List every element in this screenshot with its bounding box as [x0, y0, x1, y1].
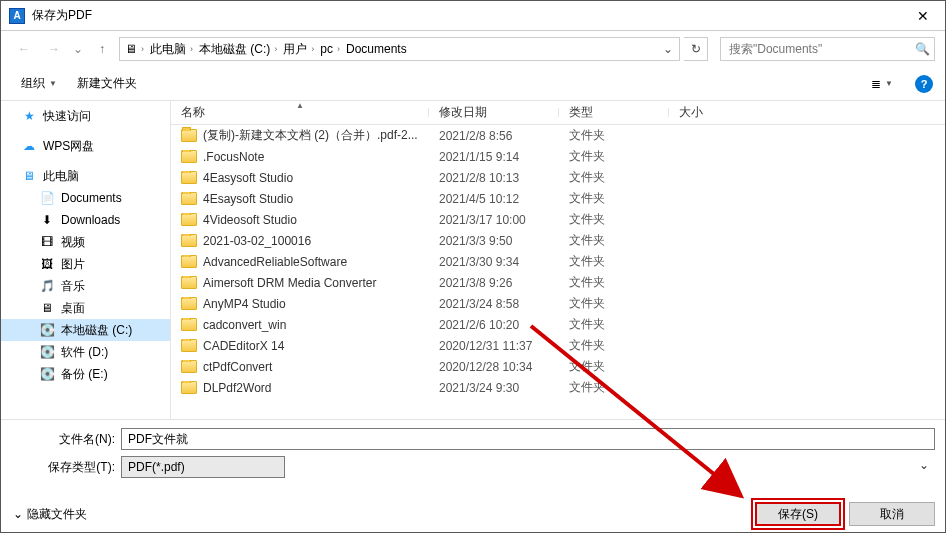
- main-area: ★快速访问 ☁WPS网盘 🖥此电脑 📄Documents⬇Downloads🎞视…: [1, 101, 945, 419]
- col-type[interactable]: 类型: [559, 104, 669, 121]
- tree-item[interactable]: 💽软件 (D:): [1, 341, 170, 363]
- tree-item[interactable]: 🖥桌面: [1, 297, 170, 319]
- file-row[interactable]: (复制)-新建文本文档 (2)（合并）.pdf-2...2021/2/8 8:5…: [171, 125, 945, 146]
- column-headers: ▲名称 修改日期 类型 大小: [171, 101, 945, 125]
- file-pane: ▲名称 修改日期 类型 大小 (复制)-新建文本文档 (2)（合并）.pdf-2…: [171, 101, 945, 419]
- file-list[interactable]: (复制)-新建文本文档 (2)（合并）.pdf-2...2021/2/8 8:5…: [171, 125, 945, 419]
- folder-icon: [181, 234, 197, 247]
- nav-back-button[interactable]: ←: [11, 36, 37, 62]
- breadcrumb-item[interactable]: 本地磁盘 (C:)›: [196, 38, 280, 60]
- hide-folders-button[interactable]: ⌄隐藏文件夹: [13, 506, 87, 523]
- pc-icon: 🖥: [21, 168, 37, 184]
- refresh-button[interactable]: ↻: [684, 37, 708, 61]
- file-row[interactable]: 2021-03-02_1000162021/3/3 9:50文件夹: [171, 230, 945, 251]
- star-icon: ★: [21, 108, 37, 124]
- tree-item[interactable]: 🎵音乐: [1, 275, 170, 297]
- breadcrumb-item[interactable]: 用户›: [280, 38, 317, 60]
- col-name[interactable]: ▲名称: [171, 104, 429, 121]
- tree-this-pc[interactable]: 🖥此电脑: [1, 165, 170, 187]
- chevron-down-icon: ⌄: [13, 507, 23, 521]
- breadcrumb-item[interactable]: 此电脑›: [147, 38, 196, 60]
- breadcrumb-pc-icon[interactable]: 🖥 ›: [122, 38, 147, 60]
- folder-icon: [181, 129, 197, 142]
- file-row[interactable]: 4Esaysoft Studio2021/4/5 10:12文件夹: [171, 188, 945, 209]
- file-row[interactable]: CADEditorX 142020/12/31 11:37文件夹: [171, 335, 945, 356]
- sort-asc-icon: ▲: [296, 101, 304, 110]
- search-placeholder: 搜索"Documents": [729, 41, 822, 58]
- file-row[interactable]: AnyMP4 Studio2021/3/24 8:58文件夹: [171, 293, 945, 314]
- tree-item[interactable]: 💽本地磁盘 (C:): [1, 319, 170, 341]
- app-icon: A: [9, 8, 25, 24]
- file-row[interactable]: cadconvert_win2021/2/6 10:20文件夹: [171, 314, 945, 335]
- folder-icon: [181, 255, 197, 268]
- tree-quick-access[interactable]: ★快速访问: [1, 105, 170, 127]
- tree-item[interactable]: 📄Documents: [1, 187, 170, 209]
- address-bar-row: ← → ⌄ ↑ 🖥 › 此电脑› 本地磁盘 (C:)› 用户› pc› Docu…: [1, 31, 945, 67]
- cancel-button[interactable]: 取消: [849, 502, 935, 526]
- nav-forward-button[interactable]: →: [41, 36, 67, 62]
- save-form: 文件名(N): 保存类型(T): ⌄隐藏文件夹 保存(S) 取消: [1, 419, 945, 533]
- tree-item[interactable]: ⬇Downloads: [1, 209, 170, 231]
- filename-input[interactable]: [121, 428, 935, 450]
- organize-button[interactable]: 组织▼: [13, 71, 65, 96]
- folder-icon: [181, 276, 197, 289]
- tree-item[interactable]: 💽备份 (E:): [1, 363, 170, 385]
- breadcrumb-item[interactable]: Documents: [343, 38, 410, 60]
- new-folder-button[interactable]: 新建文件夹: [69, 71, 145, 96]
- folder-icon: [181, 360, 197, 373]
- window-title: 保存为PDF: [32, 7, 901, 24]
- nav-history-dropdown[interactable]: ⌄: [71, 42, 85, 56]
- breadcrumb-item[interactable]: pc›: [317, 38, 343, 60]
- folder-icon: [181, 381, 197, 394]
- save-button[interactable]: 保存(S): [755, 502, 841, 526]
- folder-icon: [181, 171, 197, 184]
- music-icon: 🎵: [39, 278, 55, 294]
- title-bar: A 保存为PDF ✕: [1, 1, 945, 31]
- nav-up-button[interactable]: ↑: [89, 36, 115, 62]
- help-button[interactable]: ?: [915, 75, 933, 93]
- doc-icon: 📄: [39, 190, 55, 206]
- disk-icon: 💽: [39, 344, 55, 360]
- col-date[interactable]: 修改日期: [429, 104, 559, 121]
- address-bar[interactable]: 🖥 › 此电脑› 本地磁盘 (C:)› 用户› pc› Documents ⌄: [119, 37, 680, 61]
- folder-icon: [181, 213, 197, 226]
- col-size[interactable]: 大小: [669, 104, 789, 121]
- pic-icon: 🖼: [39, 256, 55, 272]
- toolbar: 组织▼ 新建文件夹 ≣▼ ?: [1, 67, 945, 101]
- video-icon: 🎞: [39, 234, 55, 250]
- folder-icon: [181, 297, 197, 310]
- search-input[interactable]: 搜索"Documents" 🔍: [720, 37, 935, 61]
- filetype-select[interactable]: [121, 456, 285, 478]
- folder-icon: [181, 150, 197, 163]
- cloud-icon: ☁: [21, 138, 37, 154]
- folder-icon: [181, 339, 197, 352]
- filetype-label: 保存类型(T):: [11, 459, 121, 476]
- tree-item[interactable]: 🖼图片: [1, 253, 170, 275]
- file-row[interactable]: AdvancedReliableSoftware2021/3/30 9:34文件…: [171, 251, 945, 272]
- disk-icon: 💽: [39, 322, 55, 338]
- search-icon: 🔍: [915, 42, 930, 56]
- file-row[interactable]: 4Easysoft Studio2021/2/8 10:13文件夹: [171, 167, 945, 188]
- file-row[interactable]: 4Videosoft Studio2021/3/17 10:00文件夹: [171, 209, 945, 230]
- folder-icon: [181, 192, 197, 205]
- desk-icon: 🖥: [39, 300, 55, 316]
- nav-tree[interactable]: ★快速访问 ☁WPS网盘 🖥此电脑 📄Documents⬇Downloads🎞视…: [1, 101, 171, 419]
- disk-icon: 💽: [39, 366, 55, 382]
- down-icon: ⬇: [39, 212, 55, 228]
- file-row[interactable]: .FocusNote2021/1/15 9:14文件夹: [171, 146, 945, 167]
- folder-icon: [181, 318, 197, 331]
- tree-wps[interactable]: ☁WPS网盘: [1, 135, 170, 157]
- file-row[interactable]: DLPdf2Word2021/3/24 9:30文件夹: [171, 377, 945, 398]
- filename-label: 文件名(N):: [11, 431, 121, 448]
- close-button[interactable]: ✕: [901, 1, 945, 31]
- file-row[interactable]: ctPdfConvert2020/12/28 10:34文件夹: [171, 356, 945, 377]
- tree-item[interactable]: 🎞视频: [1, 231, 170, 253]
- address-dropdown-icon[interactable]: ⌄: [659, 42, 677, 56]
- file-row[interactable]: Aimersoft DRM Media Converter2021/3/8 9:…: [171, 272, 945, 293]
- view-options-button[interactable]: ≣▼: [863, 73, 901, 95]
